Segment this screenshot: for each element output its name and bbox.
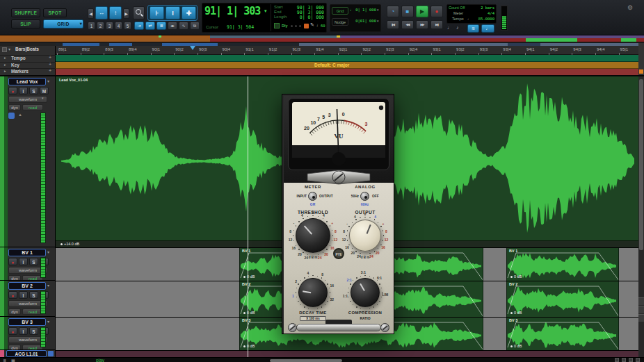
playhead-line[interactable] <box>248 43 248 357</box>
track-name-box[interactable]: ACG L1.01 <box>6 350 47 357</box>
track-name-box[interactable]: BV 1 <box>8 249 46 256</box>
tempo-ruler[interactable] <box>56 55 644 62</box>
grabber-tool-button[interactable]: ✚ <box>182 6 196 19</box>
automation-type-box[interactable]: dyn <box>8 308 21 315</box>
nudge-dropdown-icon[interactable]: ▾ <box>377 19 379 23</box>
bottom-menu-icon[interactable]: ≣ <box>3 358 6 362</box>
track-mini-icon[interactable] <box>48 351 54 356</box>
trim-tool-button[interactable]: ⊦ <box>150 6 164 19</box>
selector-tool-button[interactable]: I <box>166 6 180 19</box>
ruler-row-label-key[interactable]: Key <box>11 63 19 67</box>
meter-switch[interactable] <box>308 192 317 201</box>
link-timeline-button[interactable]: ≣ <box>156 22 166 30</box>
vscroll-thumb[interactable] <box>639 79 643 250</box>
nudge-value[interactable]: 0|01| 000 <box>354 19 376 23</box>
tempo-ruler-toggle-button[interactable]: ≋ <box>467 24 479 33</box>
zoom-preset-5[interactable]: 5 <box>124 22 131 30</box>
solo-button[interactable]: S <box>29 327 38 335</box>
compression-ratio-knob[interactable] <box>351 278 380 307</box>
timebase-label[interactable]: Bars|Beats <box>15 47 39 51</box>
bv-2-track-header[interactable]: BV 2▾●ISMwaveform▾dynread <box>0 281 56 317</box>
threshold-knob[interactable] <box>296 218 330 253</box>
nudge-label[interactable]: Nudge <box>332 18 348 26</box>
compressor-plugin-window[interactable]: 201075303VU METER ANALOG INPUT OUTPUT GR… <box>282 94 394 334</box>
conductor-toggle-button[interactable]: ♩ <box>481 24 494 33</box>
bottom-corner-icon[interactable] <box>636 358 640 362</box>
tempo-label[interactable]: Tempo <box>452 17 464 21</box>
record-arm-button[interactable]: ● <box>8 87 17 94</box>
ruler-row-label-markers[interactable]: Markers <box>11 69 29 74</box>
input-monitor-button[interactable]: I <box>19 87 28 94</box>
zoom-out-arrow-button[interactable]: ◀ <box>88 8 94 19</box>
bottom-corner-icon[interactable] <box>615 358 619 362</box>
zoom-in-arrow-button[interactable]: ▶ <box>123 8 129 19</box>
bar-ruler[interactable]: 89|189|289|389|490|190|290|390|491|191|2… <box>56 46 644 55</box>
zoom-preset-2[interactable]: 2 <box>97 22 104 30</box>
record-button[interactable]: ● <box>430 6 443 17</box>
automation-type-box[interactable]: dyn <box>8 345 21 350</box>
count-off-label[interactable]: Count Off <box>449 6 465 10</box>
ruler-add-icon[interactable]: + <box>49 55 51 60</box>
zoomer-tool-button[interactable] <box>133 6 145 19</box>
midi-merge-icon[interactable]: ♪ <box>456 25 459 30</box>
acg-lane[interactable] <box>56 350 638 357</box>
track-name-box[interactable]: BV 2 <box>8 282 46 290</box>
playback-cursor-icon[interactable] <box>190 46 195 50</box>
ruler-add-icon[interactable]: + <box>49 62 51 67</box>
grid-dropdown-icon[interactable]: ▾ <box>377 8 379 12</box>
edit-mode-shuffle[interactable]: SHUFFLE <box>11 8 40 17</box>
key-ruler[interactable]: Default: C major <box>56 62 644 69</box>
solo-button[interactable]: S <box>29 87 38 94</box>
ruler-expander-icon[interactable]: ▸ <box>4 56 6 60</box>
grid-label[interactable]: Grid <box>332 7 348 15</box>
bottom-corner-icon[interactable] <box>622 358 626 362</box>
vscroll-zoom-button[interactable] <box>638 314 644 322</box>
go-to-end-button[interactable]: ▶▮ <box>430 20 443 29</box>
input-monitor-button[interactable]: I <box>19 291 28 299</box>
automation-mode-box[interactable]: read <box>22 104 43 110</box>
metronome-icon[interactable]: ♩ <box>447 25 452 30</box>
automation-type-box[interactable]: dyn <box>8 275 21 281</box>
output-knob[interactable] <box>349 220 381 252</box>
track-options-icon[interactable]: ▾ <box>47 249 49 254</box>
horizontal-scrollbar-thumb[interactable] <box>270 359 342 362</box>
ruler-add-icon[interactable]: + <box>49 68 51 73</box>
edit-mode-slip[interactable]: SLIP <box>11 19 40 28</box>
bv-2-clip-b[interactable]: BV 20 dB <box>506 281 619 317</box>
tab-to-transient-button[interactable]: ⇥ <box>134 22 144 30</box>
ruler-row-label-tempo[interactable]: Tempo <box>11 56 26 60</box>
bottom-grid-icon[interactable]: ▦ <box>11 358 15 362</box>
timeline-rulers[interactable]: 89|189|289|389|490|190|290|390|491|191|2… <box>56 43 644 75</box>
mute-button[interactable]: M <box>40 87 49 94</box>
grid-value[interactable]: 0| 1| 000 <box>354 8 376 12</box>
track-options-icon[interactable]: ▾ <box>47 283 49 288</box>
timebase-dropdown-icon[interactable]: ▾ <box>8 47 10 51</box>
solo-button[interactable]: S <box>29 258 38 265</box>
input-monitor-button[interactable]: I <box>19 258 28 265</box>
record-arm-button[interactable]: ● <box>8 327 17 335</box>
fast-forward-button[interactable]: ▶▶ <box>416 20 428 29</box>
stop-button[interactable]: ■ <box>401 6 414 17</box>
bv-3-clip-b[interactable]: BV 30 dB <box>506 318 619 350</box>
record-arm-button[interactable]: ● <box>8 291 17 299</box>
ruler-expander-icon[interactable]: ▸ <box>4 69 6 73</box>
zoom-preset-4[interactable]: 4 <box>115 22 122 30</box>
toolbar-gear-icon[interactable]: ⚙ <box>627 4 633 11</box>
input-monitor-button[interactable]: I <box>19 327 28 335</box>
vertical-scrollbar[interactable] <box>638 76 644 357</box>
zoom-preset-3[interactable]: 3 <box>106 22 113 30</box>
selection-length-value[interactable]: 0| 0| 000 <box>292 15 324 20</box>
bv-1-clip-b[interactable]: BV 10 dB <box>506 248 619 281</box>
horizontal-zoom-button[interactable]: ↔ <box>95 6 108 19</box>
track-options-icon[interactable]: ▾ <box>47 319 49 324</box>
plugin-handle[interactable] <box>296 324 381 331</box>
scrub-button[interactable]: ∿ <box>179 22 188 30</box>
record-arm-button[interactable]: ● <box>8 258 17 265</box>
solo-button[interactable]: S <box>29 291 38 299</box>
wait-for-note-button[interactable]: ◔ <box>387 6 399 17</box>
automation-type-box[interactable]: dyn <box>8 104 21 110</box>
vertical-zoom-button[interactable]: ↕ <box>109 6 122 19</box>
track-name-box[interactable]: BV 3 <box>8 318 46 326</box>
go-to-start-button[interactable]: ▮◀ <box>387 20 399 29</box>
freeze-icon[interactable] <box>8 113 15 119</box>
